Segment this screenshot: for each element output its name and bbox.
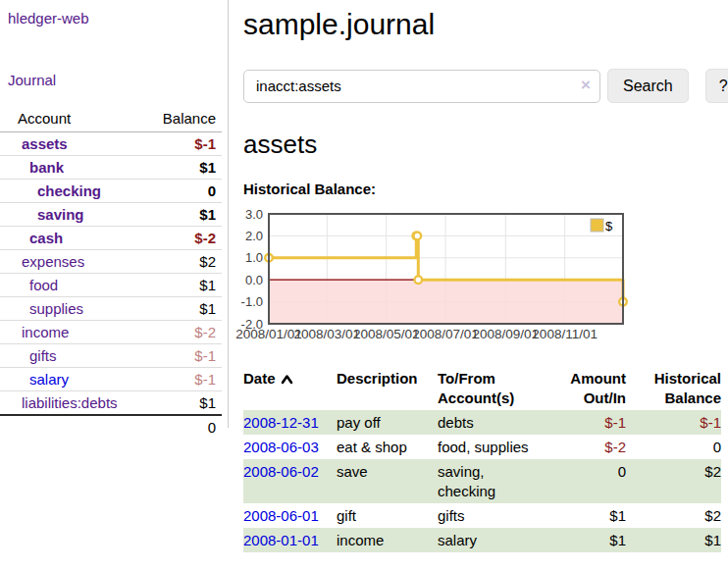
- svg-text:2008/01/01: 2008/01/01: [235, 327, 302, 341]
- svg-text:2008/05/01: 2008/05/01: [353, 327, 420, 341]
- account-row: bank$1: [0, 156, 222, 180]
- accounts-total-row: 0: [0, 415, 222, 439]
- accounts-header-balance: Balance: [147, 108, 222, 132]
- account-row: saving$1: [0, 203, 222, 227]
- svg-text:2008/07/01: 2008/07/01: [412, 327, 479, 341]
- account-balance: $-1: [147, 344, 222, 368]
- register-header-date[interactable]: Date: [243, 367, 337, 410]
- clear-search-icon[interactable]: ×: [581, 77, 591, 94]
- account-balance: 0: [147, 180, 222, 203]
- account-link[interactable]: income: [22, 324, 69, 340]
- account-heading: assets: [243, 130, 722, 160]
- account-link[interactable]: assets: [22, 135, 68, 152]
- register-header-description: Description: [337, 367, 438, 410]
- register-accounts: gifts: [438, 503, 547, 528]
- svg-text:3.0: 3.0: [245, 207, 263, 222]
- account-link[interactable]: saving: [37, 206, 84, 223]
- account-link[interactable]: checking: [37, 182, 101, 199]
- register-date-link[interactable]: 2008-12-31: [243, 414, 319, 431]
- account-row: supplies$1: [0, 297, 222, 321]
- register-header-amount: Amount Out/In: [547, 367, 626, 410]
- register-header-accounts: To/From Account(s): [438, 367, 547, 410]
- svg-text:2008/11/01: 2008/11/01: [532, 327, 598, 341]
- register-row[interactable]: 2008-06-02savesaving, checking0$2: [243, 459, 721, 503]
- brand-link[interactable]: hledger-web: [8, 10, 89, 26]
- register-row[interactable]: 2008-12-31pay offdebts$-1$-1: [243, 410, 721, 435]
- register-description: income: [337, 528, 438, 552]
- register-header-row: Date Description To/From Account(s) Amou…: [243, 367, 721, 410]
- account-balance: $2: [147, 250, 222, 274]
- accounts-header-row: Account Balance: [0, 108, 222, 132]
- register-header-date-label: Date: [243, 370, 276, 387]
- register-amount: 0: [547, 459, 626, 503]
- account-row: salary$-1: [0, 368, 222, 391]
- account-link[interactable]: liabilities:debts: [22, 394, 118, 411]
- register-amount: $-2: [547, 435, 626, 459]
- account-link[interactable]: expenses: [22, 253, 84, 270]
- search-button[interactable]: Search: [607, 69, 689, 103]
- register-description: save: [337, 459, 438, 503]
- sort-asc-icon: [281, 374, 293, 385]
- account-row: expenses$2: [0, 250, 222, 274]
- account-link[interactable]: food: [29, 277, 58, 293]
- account-row: liabilities:debts$1: [0, 391, 222, 416]
- accounts-header-account: Account: [0, 108, 147, 132]
- account-balance: $1: [147, 274, 222, 297]
- sidebar-divider: [228, 0, 229, 428]
- historical-balance-chart[interactable]: 3.02.01.00.0-1.0-2.02008/01/012008/03/01…: [243, 207, 722, 344]
- register-accounts: debts: [438, 410, 547, 435]
- svg-text:-1.0: -1.0: [241, 294, 263, 309]
- account-balance: $1: [147, 203, 222, 227]
- register-row[interactable]: 2008-06-01giftgifts$1$2: [243, 503, 721, 528]
- account-row: cash$-2: [0, 227, 222, 250]
- sidebar-item-journal[interactable]: Journal: [8, 72, 56, 88]
- register-row[interactable]: 2008-06-03eat & shopfood, supplies$-20: [243, 435, 721, 459]
- register-accounts: salary: [438, 528, 547, 552]
- register-date-link[interactable]: 2008-06-03: [243, 439, 319, 455]
- accounts-total-balance: 0: [147, 415, 222, 439]
- account-balance: $1: [147, 297, 222, 321]
- account-row: income$-2: [0, 321, 222, 344]
- register-date-link[interactable]: 2008-06-01: [243, 507, 319, 524]
- account-link[interactable]: cash: [29, 230, 63, 246]
- register-date-link[interactable]: 2008-01-01: [243, 532, 319, 548]
- register-accounts: food, supplies: [438, 435, 547, 459]
- account-balance: $-2: [147, 227, 222, 250]
- search-input[interactable]: [243, 70, 600, 103]
- register-description: eat & shop: [337, 435, 438, 459]
- register-table: Date Description To/From Account(s) Amou…: [243, 367, 721, 552]
- account-link[interactable]: supplies: [29, 300, 83, 317]
- account-balance: $-2: [147, 321, 222, 344]
- page-title: sample.journal: [243, 8, 722, 41]
- register-date-link[interactable]: 2008-06-02: [243, 463, 319, 480]
- svg-text:2008/09/01: 2008/09/01: [473, 327, 540, 341]
- account-balance: $1: [147, 391, 222, 416]
- chart-canvas: 3.02.01.00.0-1.0-2.02008/01/012008/03/01…: [243, 207, 630, 344]
- account-link[interactable]: salary: [29, 371, 69, 388]
- accounts-table: Account Balance assets$-1bank$1checking0…: [0, 108, 222, 439]
- svg-text:0.0: 0.0: [245, 273, 263, 287]
- main-content: sample.journal × Search ? assets Histori…: [243, 0, 722, 552]
- account-link[interactable]: bank: [29, 159, 64, 176]
- account-row: food$1: [0, 274, 222, 297]
- register-balance: $-1: [626, 410, 721, 435]
- register-amount: $1: [547, 528, 626, 552]
- svg-text:2.0: 2.0: [245, 229, 263, 243]
- account-row: checking0: [0, 180, 222, 203]
- chart-title: Historical Balance:: [243, 181, 722, 197]
- account-balance: $-1: [147, 368, 222, 391]
- account-row: gifts$-1: [0, 344, 222, 368]
- register-row[interactable]: 2008-01-01incomesalary$1$1: [243, 528, 721, 552]
- register-balance: $2: [626, 459, 721, 503]
- account-balance: $-1: [147, 132, 222, 156]
- svg-text:2008/03/01: 2008/03/01: [294, 327, 361, 341]
- help-button[interactable]: ?: [705, 69, 728, 103]
- register-balance: $2: [626, 503, 721, 528]
- account-balance: $1: [147, 156, 222, 180]
- register-amount: $1: [547, 503, 626, 528]
- account-link[interactable]: gifts: [29, 347, 57, 364]
- account-row: assets$-1: [0, 132, 222, 156]
- register-balance: $1: [626, 528, 721, 552]
- sidebar: hledger-web Journal Account Balance asse…: [0, 0, 229, 439]
- search-bar: × Search ?: [243, 69, 722, 103]
